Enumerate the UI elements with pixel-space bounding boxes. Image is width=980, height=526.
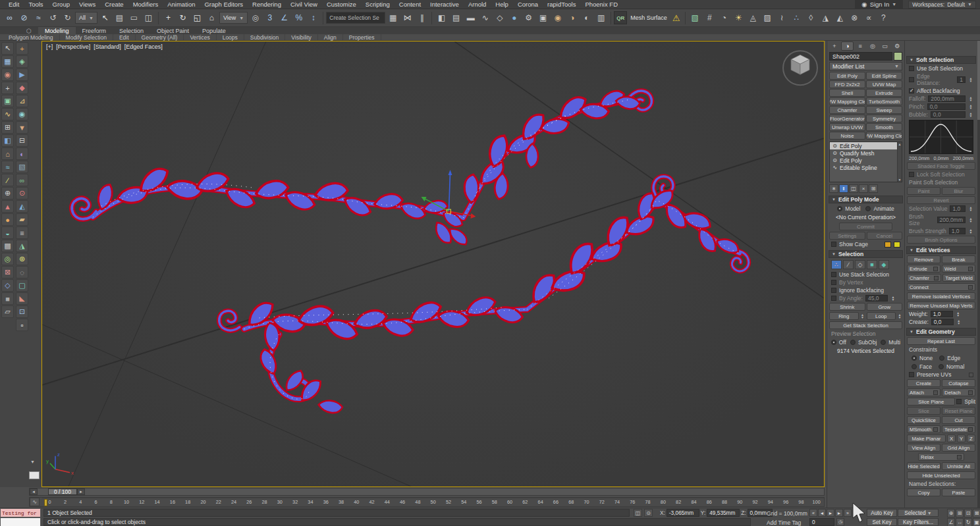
select-and-place-icon[interactable]: ⌂: [205, 11, 219, 25]
settings-box-icon[interactable]: [968, 285, 973, 290]
weight-field[interactable]: 1,0: [931, 311, 953, 317]
settings-box-icon[interactable]: [968, 427, 973, 432]
cat-rig-icon[interactable]: ◮: [819, 11, 832, 25]
schematic-view-icon[interactable]: ◇: [493, 11, 506, 25]
menu-item[interactable]: Scripting: [361, 1, 395, 8]
left-toolbar-icon[interactable]: ◇: [1, 279, 14, 292]
select-and-link-icon[interactable]: ∞: [3, 11, 16, 25]
modifier-preset-button[interactable]: Smooth: [866, 123, 902, 131]
add-time-tag-label[interactable]: Add Time Tag: [767, 519, 801, 526]
brush-options-button[interactable]: Brush Options: [907, 236, 975, 244]
menu-item[interactable]: Arnold: [464, 1, 491, 8]
ring-spinner[interactable]: ▲▼: [860, 313, 865, 319]
loop-spinner[interactable]: ▲▼: [897, 313, 902, 319]
planar-z-button[interactable]: Z: [967, 434, 975, 442]
settings-box-icon[interactable]: [968, 390, 973, 395]
viewport-shading-menu[interactable]: [Edged Faces]: [124, 43, 163, 50]
rollout-edit-poly-mode[interactable]: ▼ Edit Poly Mode: [829, 196, 903, 203]
left-toolbar-icon[interactable]: ◒: [1, 226, 14, 239]
rectangular-selection-icon[interactable]: ▭: [127, 11, 141, 25]
select-by-name-icon[interactable]: ▤: [113, 11, 126, 25]
menu-item[interactable]: Edit: [4, 1, 24, 8]
percent-snap-icon[interactable]: %: [292, 11, 306, 25]
bubble-value[interactable]: 0,0: [931, 111, 966, 118]
use-soft-selection-checkbox[interactable]: Use Soft Selection: [905, 65, 977, 72]
viewport-canvas[interactable]: x y z: [42, 41, 824, 487]
curve-editor-icon[interactable]: ∿: [478, 11, 492, 25]
ignore-backfacing-checkbox[interactable]: Ignore Backfacing: [827, 286, 904, 294]
preview-off-radio[interactable]: Off: [831, 338, 846, 346]
cage-selected-color-swatch[interactable]: [894, 242, 900, 248]
edge-mode-icon[interactable]: ∕: [843, 260, 854, 269]
tab-create[interactable]: +: [829, 41, 840, 51]
material-editor-icon[interactable]: ●: [507, 11, 521, 25]
settings-box-icon[interactable]: [933, 427, 938, 432]
angle-snap-icon[interactable]: ∠: [277, 11, 291, 25]
ribbon-polygon-icon[interactable]: ⬡: [26, 28, 32, 34]
left-toolbar-icon[interactable]: ▣: [1, 95, 14, 107]
constraint-none-radio[interactable]: None: [912, 354, 933, 361]
modifier-preset-button[interactable]: FFD 2x2x2: [829, 80, 865, 88]
selection-filter-dropdown[interactable]: All▼: [75, 12, 97, 24]
next-frame-arrow[interactable]: ►: [77, 488, 85, 495]
brush-size-field[interactable]: 200,0mm: [937, 217, 966, 223]
ring-button[interactable]: Ring: [829, 312, 859, 320]
settings-button[interactable]: Settings: [829, 232, 865, 240]
rollout-edit-geometry[interactable]: ▼ Edit Geometry: [906, 328, 976, 336]
viewport[interactable]: [+] [Perspective] [Standard] [Edged Face…: [41, 41, 825, 487]
reference-coordinate-dropdown[interactable]: View▼: [219, 12, 248, 24]
constraint-normal-radio[interactable]: Normal: [939, 363, 964, 370]
remove-isolated-vertices-button[interactable]: Remove Isolated Vertices: [907, 292, 975, 300]
y-coordinate-field[interactable]: 49,535mm: [707, 509, 740, 517]
relax-button[interactable]: Relax: [918, 453, 964, 461]
menu-item[interactable]: Civil View: [286, 1, 322, 8]
settings-box-icon[interactable]: [957, 455, 962, 460]
key-filters-button[interactable]: Key Filters...: [898, 518, 939, 526]
open-containers-icon[interactable]: ▥: [594, 11, 608, 25]
orbit-icon[interactable]: ↻: [964, 518, 972, 526]
mirror-icon[interactable]: ⋈: [400, 11, 414, 25]
ribbon-panel[interactable]: Align: [318, 34, 343, 40]
ribbon-panel[interactable]: Modify Selection: [60, 34, 113, 40]
get-stack-selection-button[interactable]: Get Stack Selection: [829, 321, 902, 329]
cancel-button[interactable]: Cancel: [867, 232, 903, 240]
ornament-spline-object[interactable]: [69, 88, 753, 415]
zoom-extents-icon[interactable]: ⊡: [964, 509, 972, 517]
modifier-preset-button[interactable]: TurboSmooth: [866, 97, 902, 105]
left-toolbar-icon[interactable]: +: [1, 82, 14, 94]
target-weld-button[interactable]: Target Weld: [942, 274, 975, 282]
menu-item[interactable]: Create: [100, 1, 128, 8]
polygon-mode-icon[interactable]: ■: [867, 260, 877, 269]
time-slider-handle[interactable]: 0 / 100: [48, 488, 77, 495]
falloff-value[interactable]: 200,0mm: [928, 95, 966, 102]
detach-button[interactable]: Detach: [942, 388, 975, 396]
workspaces-dropdown[interactable]: Workspaces: Default ▼: [908, 1, 976, 9]
qr-mesh-tool-icon[interactable]: ▧: [688, 11, 702, 25]
selection-lock-toggle-icon[interactable]: ⊙: [644, 509, 653, 517]
ribbon-panel[interactable]: Vertices: [184, 34, 216, 40]
use-stack-selection-checkbox[interactable]: Use Stack Selection: [827, 271, 904, 278]
left-toolbar-icon[interactable]: ⊞: [1, 121, 14, 134]
menu-item[interactable]: Customize: [322, 1, 361, 8]
break-button[interactable]: Break: [942, 255, 975, 263]
camera-view-icon[interactable]: ◔: [717, 11, 731, 25]
left-toolbar-icon[interactable]: ⊿: [16, 95, 28, 107]
show-end-result-icon[interactable]: ‖: [839, 184, 848, 193]
menu-item[interactable]: Group: [48, 1, 74, 8]
hide-selected-button[interactable]: Hide Selected: [907, 462, 940, 470]
connect-button[interactable]: Connect: [907, 283, 975, 291]
view-align-button[interactable]: View Align: [907, 444, 940, 452]
create-button[interactable]: Create: [907, 379, 940, 387]
left-toolbar-icon[interactable]: ⊛: [16, 253, 28, 265]
left-toolbar-icon[interactable]: ▱: [1, 305, 14, 318]
ribbon-panel[interactable]: Geometry (All): [136, 34, 184, 40]
zoom-all-icon[interactable]: ⊞: [956, 509, 964, 517]
left-toolbar-icon[interactable]: ⊡: [16, 305, 28, 318]
paste-button[interactable]: Paste: [942, 488, 975, 496]
bubble-spinner[interactable]: ▲▼: [968, 112, 973, 117]
left-toolbar-icon[interactable]: ▦: [1, 55, 14, 68]
modifier-preset-button[interactable]: Unwrap UVW: [829, 123, 865, 131]
snap-toggle-icon[interactable]: 3: [263, 11, 277, 25]
menu-item[interactable]: Content: [395, 1, 425, 8]
spinner-snap-icon[interactable]: ↕: [306, 11, 320, 25]
